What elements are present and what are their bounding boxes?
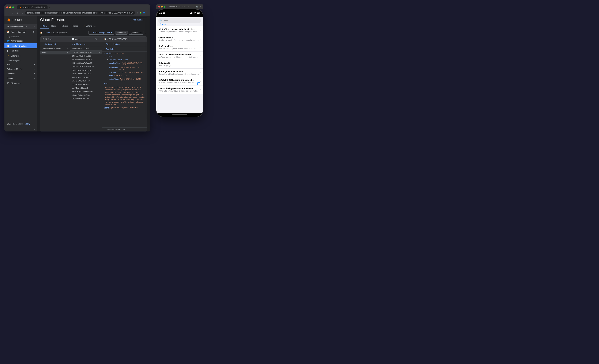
sidebar-item-extensions[interactable]: ⚡ Extensions (4, 53, 37, 58)
back-button[interactable]: ‹ (6, 11, 10, 15)
tab-data[interactable]: Data (40, 23, 49, 29)
more-google-cloud-btn[interactable]: ☁ More in Google Cloud ▾ (88, 31, 114, 35)
functions-icon: { } (7, 50, 9, 52)
iphone-tl-green[interactable] (164, 6, 165, 8)
browser-tab-active[interactable]: pfr-codelab-fvs-mobile-01 ✕ (17, 5, 47, 9)
breadcrumb-collection-link[interactable]: notes (45, 32, 50, 34)
filter-icon[interactable]: ⊟ (95, 38, 97, 40)
bookmark-btn[interactable]: ☆ (136, 12, 138, 14)
panel-notes-more[interactable]: ⋮ (98, 38, 100, 40)
add-document-btn[interactable]: + Add document (70, 42, 102, 47)
project-selector[interactable]: pfr-codelab-fvs-mobile-01 ▾ (4, 24, 37, 29)
iphone-window-controls: ⊡ 📷 ↷ (193, 6, 201, 8)
sidebar-category-analytics[interactable]: Analytics ▾ (4, 71, 37, 76)
note-list-item[interactable]: At WWDC 2019, Apple announced... To make… (156, 77, 203, 86)
traffic-light-maximize[interactable] (12, 6, 14, 8)
start-collection-btn-1[interactable]: + Start collection (40, 42, 70, 47)
field-user-id: userId: "pOeHfwsbU1ODjatMdhSPk5kTlH43" (102, 106, 147, 110)
sidebar-item-authentication[interactable]: 👥 Authentication (4, 38, 37, 43)
notes-search-field[interactable] (163, 19, 199, 22)
note-list-item[interactable]: Hey! I am Peter I'm a software engineer,… (156, 43, 203, 52)
profile-btn[interactable]: 👤 (143, 12, 145, 14)
tab-close-btn[interactable]: ✕ (44, 7, 45, 8)
breadcrumb-home-icon[interactable]: 🏠 (40, 32, 43, 34)
note-item-EB2[interactable]: EB2Yh9xw1S6ecCB1C7Ae (70, 58, 102, 61)
notes-search-input-container[interactable]: 🔍 (159, 18, 201, 23)
iphone-rotate-btn[interactable]: ↷ (200, 6, 201, 8)
sidebar-category-build[interactable]: Build ▾ (4, 62, 37, 67)
main-content: Cloud Firestore Add database Data Rules … (37, 16, 150, 131)
panel-item-notes[interactable]: notes › (40, 51, 70, 54)
note-item-CMu[interactable]: CMucncM80a6mtHuoD2ji (70, 54, 102, 58)
compose-note-btn[interactable] (197, 82, 201, 87)
add-field-btn[interactable]: + Add field (102, 47, 147, 52)
note-item-qWz[interactable]: qWzv0FyKTqYl0wR8YaCc (70, 79, 102, 83)
sidebar-category-engage[interactable]: Engage ▾ (4, 76, 37, 81)
panel-document-header: 📋 6ZDaUg9t4VO5lbPREAIL ⋮ (102, 36, 147, 42)
note-item-6ZD[interactable]: ⋮ 6ZDaUg9t4VO5lbPREAIL › (70, 50, 102, 54)
extensions-btn[interactable]: 🧩 (139, 12, 142, 14)
note-item-MI4[interactable]: MI4YKm6Olapw7aLWVyDZ (70, 61, 102, 65)
traffic-light-close[interactable] (6, 6, 8, 8)
sidebar-item-firestore[interactable]: 📋 Firestore Database (4, 43, 37, 48)
tab-indexes[interactable]: Indexes (59, 23, 70, 29)
note-item-wHa[interactable]: wHaeorE0CIedtWaCIBMr (70, 93, 102, 97)
note-content-2: Hey! I am Peter I'm a software engineer,… (159, 45, 199, 50)
sidebar-item-functions[interactable]: { } Functions (4, 48, 37, 53)
forward-button[interactable]: › (11, 11, 15, 15)
tab-usage[interactable]: Usage (70, 23, 80, 29)
refresh-button[interactable]: ↻ (16, 11, 19, 15)
build-chevron-icon: ▾ (34, 64, 35, 65)
sidebar-label-engage: Engage (7, 77, 14, 79)
query-builder-btn[interactable]: Query builder (129, 31, 143, 35)
note-item-vzs[interactable]: vzsrfrTsa6thBSpapN6l (70, 86, 102, 90)
note-item-w5z[interactable]: w5z7CXDgGAeuuKOe1MuJ (70, 90, 102, 93)
home-button[interactable]: ⌂ (20, 11, 24, 15)
iphone-tl-yellow[interactable] (161, 6, 163, 8)
engage-chevron-icon: ▾ (34, 78, 35, 79)
more-options-btn[interactable]: ⋮ (145, 31, 147, 34)
traffic-light-minimize[interactable] (9, 6, 11, 8)
note-list-item[interactable]: Hello World How is it going? › (156, 60, 203, 69)
new-tab-btn[interactable]: + (49, 6, 50, 9)
note-list-item[interactable]: A lot of the code we write has to de... … (156, 26, 203, 35)
note-item-kbJ[interactable]: kbJJPFafXmb5utuCFW0x (70, 72, 102, 76)
sidebar-category-release[interactable]: Release & Monitor ▾ (4, 67, 37, 71)
note-content-5: About generative models Generative artif… (159, 70, 199, 75)
tab-rules[interactable]: Rules (49, 23, 59, 29)
note-item-li5[interactable]: li5gqJcNtHeQmJyLkpea (70, 76, 102, 79)
note-item-243[interactable]: 243ee9h6kpv7Zzdxdo9D (70, 47, 102, 50)
panel-document-options[interactable]: ⋮ (143, 38, 145, 40)
note-list-item[interactable]: About generative models Generative artif… (156, 69, 203, 77)
tab-extensions[interactable]: ⚡ Extensions (80, 23, 98, 29)
note-list-item[interactable]: One of the biggest announcements... In t… (156, 86, 203, 94)
settings-icon[interactable]: ⚙ (33, 31, 35, 33)
sidebar-item-all-products[interactable]: ⊞ All products (4, 81, 37, 86)
release-chevron-icon: ▾ (34, 68, 35, 70)
plus-icon-2: + (72, 43, 73, 45)
note-item-OSG[interactable]: OSGYXPF4F2K6NWmS3Rbh (70, 65, 102, 69)
panel-item-vector-search[interactable]: _firestore-vector-search › (40, 47, 70, 51)
modify-plan-btn[interactable]: Modify (25, 123, 30, 125)
collapse-sidebar-btn[interactable]: ‹ (4, 127, 37, 131)
note-chevron-2: › (200, 46, 201, 49)
browser-titlebar: pfr-codelab-fvs-mobile-01 ✕ + (4, 4, 150, 10)
note-item-tVK[interactable]: tVKnHcjvwlnhOoe09VB3 (70, 83, 102, 86)
iphone-tl-red[interactable] (158, 6, 160, 8)
sidebar-item-project-overview[interactable]: 🏠 Project Overview ⚙ (4, 29, 37, 35)
sidebar-bottom: Blaze Pay as you go Modify (4, 121, 37, 127)
note-list-item[interactable]: Gemini Models Gemini is a family of gene… (156, 35, 203, 43)
note-item-chevron: › (99, 51, 100, 53)
menu-btn[interactable]: ⋮ (146, 12, 148, 14)
note-list-item[interactable]: Swift's new concurrency features... As D… (156, 52, 203, 60)
panel-view-btn[interactable]: Panel view (115, 31, 128, 35)
start-collection-btn-2[interactable]: + Start collection (102, 42, 147, 47)
iphone-screenshot-btn[interactable]: 📷 (196, 6, 198, 8)
search-cancel-btn[interactable]: Cancel (160, 23, 166, 25)
add-database-btn[interactable]: Add database (130, 18, 147, 22)
iphone-home-btn[interactable]: ⊡ (193, 6, 194, 8)
note-item-OUJ[interactable]: OUJsdQa6vLV4T8IqR6ak (70, 69, 102, 72)
address-bar[interactable] (25, 11, 135, 15)
extensions-tab-icon: ⚡ (83, 25, 85, 27)
note-item-y26[interactable]: y26jksfYBSdB3Rv30sWY (70, 97, 102, 100)
